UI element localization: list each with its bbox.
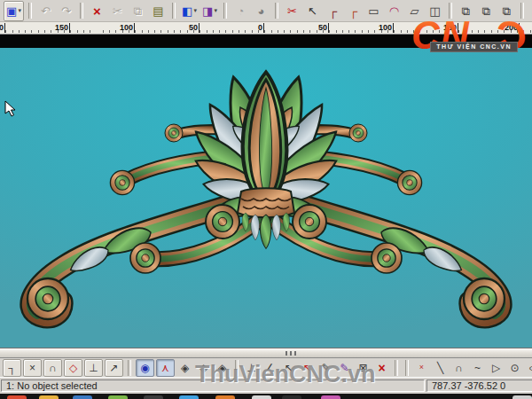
dome-light-button[interactable]: ◔ — [231, 2, 250, 20]
bend-arrow-button[interactable]: ↗ — [105, 359, 123, 377]
wireframe-view-button[interactable]: ◨▾ — [200, 2, 219, 20]
dome-dark-button[interactable]: ◕ — [252, 2, 270, 20]
taskbar-app-11[interactable] — [512, 395, 532, 399]
line-tool-button[interactable]: ╲ — [432, 360, 449, 376]
node-edit-button[interactable]: ┐ — [3, 359, 21, 377]
edit-pen-button[interactable]: ✎ — [336, 360, 353, 376]
polyline-tool-button[interactable]: ~ — [469, 360, 486, 376]
ruler-major-tick — [328, 23, 329, 33]
round-corner-button[interactable]: ▭ — [364, 2, 383, 20]
wireframe-view-icon: ◨ — [202, 5, 213, 17]
toolbar-separator — [235, 360, 239, 376]
ruler-label: 50 — [178, 23, 198, 32]
corner-join-button[interactable]: ┌ — [324, 2, 342, 20]
align-shape-button[interactable]: ▱ — [528, 2, 532, 20]
copy-icon: ⧉ — [134, 5, 142, 17]
select-box-button[interactable]: ▣▾ — [4, 1, 24, 21]
fillet-arc-button[interactable]: ◠ — [385, 2, 403, 20]
select-arrow-icon: ↖ — [284, 363, 293, 373]
corner-join-icon: ┌ — [329, 5, 337, 17]
taskbar-app-5[interactable] — [144, 395, 163, 399]
measure-button[interactable]: ⊥ — [243, 360, 260, 376]
undo-icon: ↶ — [41, 5, 51, 17]
taskbar-app-4[interactable] — [108, 395, 128, 399]
taskbar-app-9[interactable] — [282, 395, 301, 399]
axis-origin-button[interactable]: ⊥ — [84, 359, 103, 377]
taskbar-app-7[interactable] — [215, 395, 235, 399]
snap-grid-button[interactable]: ◈ — [176, 360, 193, 376]
taskbar-app-6[interactable] — [179, 395, 199, 399]
fillet-arc-icon: ◠ — [389, 5, 399, 17]
redo-button: ↷ — [57, 2, 75, 20]
dome-dark-icon: ◕ — [258, 5, 265, 17]
copy-button: ⧉ — [129, 2, 147, 20]
cut-icon: ✂ — [113, 5, 122, 17]
delete-strong-icon: × — [378, 362, 385, 374]
solid-view-button[interactable]: ◧▾ — [180, 2, 199, 20]
deselect-arrow-button[interactable]: ↖ — [299, 360, 316, 376]
trim-scissors-button[interactable]: ✂ — [283, 2, 301, 20]
ruler-major-tick — [199, 23, 200, 33]
delete-button[interactable]: × — [88, 2, 106, 20]
polygon-node-icon: ◇ — [69, 363, 77, 373]
toolbar-separator — [80, 3, 83, 19]
taskbar-app-8[interactable] — [252, 395, 271, 399]
ruler-label: 100 — [113, 23, 133, 32]
draw-pen-button[interactable]: ✎ — [317, 360, 334, 376]
dropdown-caret-icon[interactable]: ▾ — [214, 7, 217, 14]
arc-node-button[interactable]: ∩ — [43, 359, 62, 377]
splitter-grip-icon[interactable] — [286, 351, 298, 356]
taskbar-app-1[interactable] — [7, 395, 27, 399]
node-edit-icon: ┐ — [8, 363, 16, 373]
intersect-button[interactable]: × — [23, 359, 42, 377]
ruler-major-tick — [393, 23, 394, 33]
arc-tool-button[interactable]: ∩ — [450, 360, 467, 376]
toolbar-separator — [172, 3, 176, 19]
taskbar-app-3[interactable] — [73, 395, 92, 399]
pick-tool-icon: ↖ — [308, 5, 317, 17]
windows-taskbar[interactable] — [0, 394, 532, 399]
delete-strong-button[interactable]: × — [373, 360, 390, 376]
snap-node-button[interactable]: ⋏ — [156, 359, 175, 377]
edit-pen-icon: ✎ — [340, 363, 348, 373]
draw-pen-icon: ✎ — [321, 363, 330, 373]
ruler-major-tick — [4, 23, 5, 33]
pick-tool-button[interactable]: ↖ — [303, 2, 322, 20]
toolbar-separator — [395, 360, 398, 376]
dimension-button[interactable]: ∠ — [262, 360, 278, 376]
polyline-tool-icon: ~ — [474, 363, 481, 373]
status-message: 1: No object selected — [1, 379, 425, 392]
ellipse-tool-button[interactable]: ○ — [525, 360, 532, 376]
snap-center-icon: ◉ — [140, 363, 149, 373]
toolbar-separator — [405, 360, 409, 376]
select-arrow-button[interactable]: ↖ — [280, 360, 297, 376]
line-tool-icon: ╲ — [437, 363, 443, 373]
polygon-node-button[interactable]: ◇ — [64, 359, 82, 377]
taskbar-app-2[interactable] — [39, 395, 59, 399]
micro-delete-button[interactable]: × — [413, 360, 430, 376]
bend-arrow-icon: ↗ — [109, 363, 118, 373]
erase-box-button[interactable]: ⊠ — [355, 360, 372, 376]
status-coordinates: 787.37 -376.52 0 — [426, 379, 532, 392]
axis-origin-icon: ⊥ — [89, 363, 98, 373]
snap-center-button[interactable]: ◉ — [136, 359, 154, 377]
corner-fillet-button[interactable]: ┌ — [344, 2, 363, 20]
toolbar-separator — [275, 3, 278, 19]
deselect-arrow-icon: ↖ — [302, 363, 311, 373]
snap-end-button[interactable]: ◈ — [214, 360, 231, 376]
dropdown-caret-icon[interactable]: ▾ — [193, 7, 197, 14]
viewport-canvas[interactable] — [0, 48, 532, 348]
redo-icon: ↷ — [61, 5, 71, 17]
polygon-tool-button[interactable]: ▷ — [488, 360, 505, 376]
circle-center-tool-button[interactable]: ⊙ — [506, 360, 523, 376]
viewport-splitter[interactable] — [0, 348, 532, 358]
corner-fillet-icon: ┌ — [349, 5, 357, 17]
ellipse-tool-icon: ○ — [528, 363, 532, 373]
dropdown-caret-icon[interactable]: ▾ — [18, 7, 21, 14]
undo-button: ↶ — [36, 2, 55, 20]
erase-box-icon: ⊠ — [358, 363, 367, 373]
paste-button[interactable]: ▤ — [149, 2, 168, 20]
select-box-icon: ▣ — [6, 5, 17, 17]
taskbar-app-10[interactable] — [321, 395, 340, 399]
snap-mid-button[interactable]: ◈ — [195, 360, 212, 376]
